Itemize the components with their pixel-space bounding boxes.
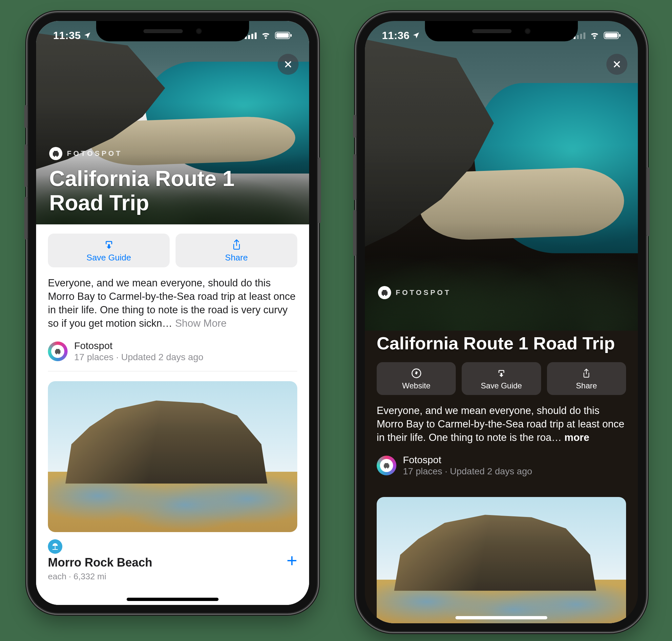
wifi-icon (260, 31, 271, 39)
place-header: Morro Rock Beach each · 6,332 mi + (48, 539, 297, 582)
screen-right[interactable]: 11:36 FOTOSPOT (365, 21, 638, 623)
compass-icon (411, 367, 422, 379)
screen-left[interactable]: 11:35 FOTOSPOT (36, 21, 309, 605)
publisher-meta: 17 places · Updated 2 days ago (74, 352, 203, 363)
svg-rect-7 (53, 152, 59, 156)
guide-description: Everyone, and we mean everyone, should d… (48, 276, 297, 330)
svg-point-30 (387, 467, 389, 469)
publisher-avatar (377, 456, 397, 475)
publisher-brand: FOTOSPOT (49, 147, 122, 160)
home-indicator[interactable] (127, 598, 218, 601)
battery-icon (275, 31, 292, 39)
svg-rect-8 (54, 151, 58, 152)
svg-rect-17 (580, 34, 582, 39)
publisher-brand-icon (378, 286, 391, 299)
svg-rect-20 (605, 33, 618, 38)
comparison-stage: 11:35 FOTOSPOT (0, 0, 672, 641)
svg-rect-1 (248, 35, 250, 39)
svg-point-10 (56, 155, 58, 157)
save-guide-button[interactable]: Save Guide (462, 362, 541, 395)
svg-rect-12 (56, 349, 60, 350)
svg-rect-18 (583, 32, 586, 39)
guide-title: California Route 1 Road Trip (49, 167, 253, 215)
publisher-name: Fotospot (403, 454, 532, 465)
place-subtitle: each · 6,332 mi (48, 571, 152, 582)
svg-point-14 (58, 353, 60, 354)
svg-rect-3 (255, 32, 257, 39)
share-button[interactable]: Share (547, 362, 626, 395)
show-more-button[interactable]: Show More (175, 317, 227, 329)
content-area[interactable]: California Route 1 Road Trip Website Sav… (365, 331, 638, 623)
save-icon (103, 239, 115, 251)
svg-rect-6 (291, 34, 292, 37)
location-icon (412, 31, 420, 39)
svg-point-9 (54, 155, 55, 157)
place-category-badge (48, 539, 62, 554)
location-icon (83, 31, 91, 39)
svg-rect-21 (619, 34, 620, 37)
share-button[interactable]: Share (176, 234, 297, 267)
svg-point-24 (382, 295, 384, 296)
publisher-row[interactable]: Fotospot 17 places · Updated 2 days ago (377, 454, 626, 485)
actions-row: Save Guide Share (48, 234, 297, 267)
publisher-brand-icon (49, 147, 62, 160)
svg-rect-11 (55, 350, 61, 353)
svg-rect-5 (276, 33, 289, 38)
wifi-icon (589, 31, 600, 39)
share-icon (232, 239, 242, 251)
close-icon (612, 59, 622, 69)
svg-rect-23 (382, 290, 387, 292)
place-card-image[interactable] (48, 381, 297, 532)
content-area[interactable]: Save Guide Share Everyone, and we mean e… (36, 224, 309, 605)
hero-image: FOTOSPOT (365, 21, 638, 331)
publisher-name: Fotospot (74, 340, 203, 351)
svg-rect-27 (384, 464, 389, 468)
publisher-row[interactable]: Fotospot 17 places · Updated 2 days ago (48, 340, 297, 371)
svg-point-13 (56, 353, 57, 354)
status-time: 11:35 (53, 29, 81, 42)
svg-rect-16 (577, 35, 579, 39)
home-indicator[interactable] (455, 616, 547, 619)
publisher-brand: FOTOSPOT (378, 286, 451, 299)
battery-icon (604, 31, 621, 39)
publisher-avatar (48, 341, 68, 361)
publisher-meta: 17 places · Updated 2 days ago (403, 466, 532, 477)
close-button[interactable] (278, 54, 299, 75)
guide-description: Everyone, and we mean everyone, should d… (377, 404, 626, 445)
svg-rect-28 (385, 463, 389, 465)
status-time: 11:36 (382, 29, 409, 42)
beach-umbrella-icon (51, 543, 59, 550)
place-title[interactable]: Morro Rock Beach (48, 556, 152, 570)
guide-title: California Route 1 Road Trip (377, 333, 626, 353)
save-guide-button[interactable]: Save Guide (48, 234, 170, 267)
hero-image: FOTOSPOT California Route 1 Road Trip (36, 21, 309, 224)
phone-frame-left: 11:35 FOTOSPOT (28, 13, 317, 613)
save-icon (496, 367, 506, 379)
show-more-button[interactable]: more (564, 432, 589, 443)
notch (96, 21, 249, 41)
close-button[interactable] (606, 54, 627, 75)
place-card-image[interactable] (377, 497, 626, 623)
notch (425, 21, 578, 41)
phone-frame-right: 11:36 FOTOSPOT (357, 13, 646, 631)
close-icon (283, 59, 293, 69)
actions-row: Website Save Guide Share (377, 362, 626, 395)
website-button[interactable]: Website (377, 362, 456, 395)
svg-rect-22 (381, 291, 388, 295)
svg-point-29 (385, 467, 386, 469)
share-icon (582, 367, 591, 379)
add-place-button[interactable]: + (286, 550, 297, 571)
svg-rect-2 (251, 34, 253, 39)
svg-point-25 (385, 295, 387, 296)
